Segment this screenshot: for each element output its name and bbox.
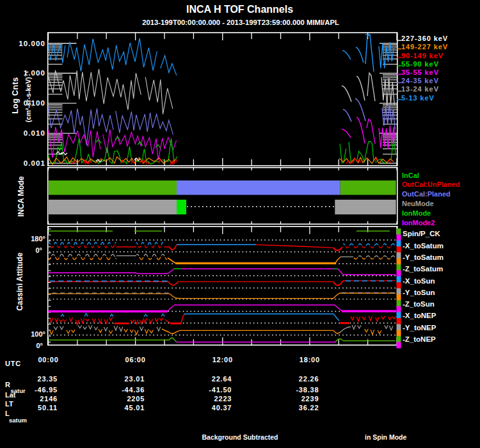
svg-text:LT: LT	[5, 400, 13, 408]
svg-text:Lat: Lat	[5, 391, 16, 399]
svg-text:Log Cnts: Log Cnts	[11, 77, 20, 113]
svg-text:0°: 0°	[36, 342, 43, 349]
svg-text:23.35: 23.35	[37, 375, 58, 383]
svg-text:5-13 keV: 5-13 keV	[401, 94, 435, 102]
svg-text:45.01: 45.01	[125, 404, 145, 412]
svg-text:180°: 180°	[31, 235, 45, 243]
svg-text:0.001: 0.001	[24, 159, 45, 167]
svg-text:OutCal:UnPlaned: OutCal:UnPlaned	[402, 180, 460, 188]
svg-text:IonMode2: IonMode2	[402, 219, 435, 227]
svg-text:50.11: 50.11	[38, 404, 58, 412]
svg-text:0.010: 0.010	[24, 129, 45, 137]
svg-text:10.000: 10.000	[19, 40, 45, 47]
svg-text:-Y_toSun: -Y_toSun	[403, 289, 435, 296]
svg-text:Cassini Attitude: Cassini Attitude	[15, 252, 24, 310]
svg-text:-Z_toSatum: -Z_toSatum	[403, 265, 443, 273]
svg-text:40.37: 40.37	[212, 404, 232, 412]
svg-text:2239: 2239	[301, 395, 319, 403]
svg-text:149-227 keV: 149-227 keV	[401, 43, 448, 51]
svg-text:-Z_toSun: -Z_toSun	[403, 300, 435, 308]
svg-text:-44.36: -44.36	[122, 386, 145, 394]
svg-text:-41.50: -41.50	[209, 386, 232, 394]
svg-text:24-35 keV: 24-35 keV	[401, 77, 439, 84]
svg-text:06:00: 06:00	[125, 356, 146, 364]
svg-text:-X_toNEP: -X_toNEP	[403, 312, 436, 319]
svg-text:2013-199T00:00:00.000 - 2013-1: 2013-199T00:00:00.000 - 2013-199T23:59:0…	[142, 19, 339, 26]
svg-text:-X_toSatum: -X_toSatum	[403, 242, 444, 250]
svg-text:-Y_toNEP: -Y_toNEP	[403, 324, 436, 332]
svg-text:23.01: 23.01	[125, 375, 145, 383]
svg-text:100°: 100°	[31, 330, 45, 338]
svg-text:227-360 keV: 227-360 keV	[401, 35, 448, 42]
svg-text:35-55 keV: 35-55 keV	[401, 68, 439, 76]
svg-text:-38.38: -38.38	[296, 386, 319, 394]
svg-text:NeuMode: NeuMode	[402, 200, 434, 207]
svg-text:InCal: InCal	[402, 172, 419, 179]
svg-text:00:00: 00:00	[38, 356, 58, 364]
svg-text:-Z_toNEP: -Z_toNEP	[403, 335, 436, 343]
svg-text:22.64: 22.64	[212, 375, 232, 383]
svg-text:55-90 keV: 55-90 keV	[401, 60, 439, 68]
svg-text:22.26: 22.26	[299, 375, 319, 383]
svg-text:R: R	[5, 381, 10, 388]
svg-text:2146: 2146	[40, 395, 58, 403]
svg-text:Spin/P_CK: Spin/P_CK	[403, 230, 440, 237]
svg-text:13-24 keV: 13-24 keV	[401, 85, 439, 93]
svg-text:18:00: 18:00	[300, 356, 320, 364]
svg-text:INCA H TOF Channels: INCA H TOF Channels	[186, 4, 293, 15]
svg-text:36.22: 36.22	[299, 404, 319, 412]
svg-text:-X_toSun: -X_toSun	[403, 277, 435, 285]
svg-text:UTC: UTC	[5, 360, 21, 367]
svg-text:INCA Mode: INCA Mode	[17, 176, 26, 217]
svg-text:0°: 0°	[35, 246, 42, 254]
svg-text:-Y_toSatum: -Y_toSatum	[403, 253, 444, 261]
svg-text:2223: 2223	[214, 395, 232, 403]
svg-text:OutCal:Planed: OutCal:Planed	[402, 190, 451, 198]
svg-text:90-149 keV: 90-149 keV	[401, 52, 444, 60]
svg-text:12:00: 12:00	[212, 356, 233, 364]
svg-text:(cm²-sr-s-keV)¯¹: (cm²-sr-s-keV)¯¹	[24, 71, 32, 122]
svg-text:-46.95: -46.95	[35, 386, 58, 394]
svg-text:IonMode: IonMode	[402, 209, 431, 217]
svg-text:2205: 2205	[127, 395, 145, 403]
svg-text:Background Subtracted: Background Subtracted	[202, 433, 278, 441]
svg-text:satum: satum	[9, 417, 27, 424]
svg-text:in Spin Mode: in Spin Mode	[365, 433, 406, 441]
